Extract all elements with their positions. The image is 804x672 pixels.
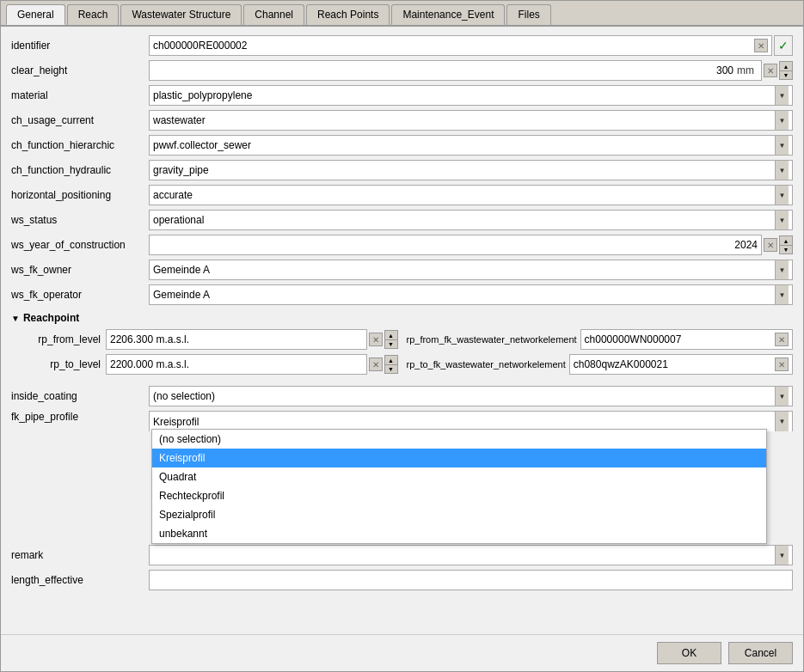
ws-status-select[interactable]: operational ▼ [149,210,793,230]
fk-pipe-profile-dropdown-arrow[interactable]: ▼ [775,412,789,431]
fk-pipe-profile-value: Kreisprofil [153,416,199,428]
ws-fk-owner-select[interactable]: Gemeinde A ▼ [149,260,793,280]
reachpoint-collapse-icon: ▼ [11,314,20,323]
dropdown-option-unbekannt[interactable]: unbekannt [152,524,766,543]
tab-bar: General Reach Wastewater Structure Chann… [1,1,803,27]
identifier-check-button[interactable]: ✓ [774,35,793,56]
horizontal-positioning-value: accurate [153,189,193,201]
reachpoint-section-header[interactable]: ▼ Reachpoint [11,312,793,324]
rp-from-fk-wrapper: rp_from_fk_wastewater_networkelement ch0… [407,329,794,350]
remark-dropdown-arrow[interactable]: ▼ [775,546,789,565]
rp-to-level-input[interactable]: 2200.000 m.a.s.l. [106,354,367,375]
cancel-button[interactable]: Cancel [728,642,793,664]
ws-fk-operator-label: ws_fk_operator [11,289,149,301]
dialog-footer: OK Cancel [1,634,803,671]
clear-height-row: clear_height 300 mm ✕ ▲ ▼ [11,60,793,81]
inside-coating-label: inside_coating [11,390,149,402]
ws-fk-operator-value: Gemeinde A [153,289,210,301]
ch-usage-current-select[interactable]: wastewater ▼ [149,110,793,131]
ws-year-spin-up[interactable]: ▲ [779,235,793,245]
ws-status-dropdown-arrow[interactable]: ▼ [775,211,789,229]
inside-coating-dropdown-arrow[interactable]: ▼ [775,387,789,406]
rp-from-level-label: rp_from_level [11,333,106,345]
ws-year-value: 2024 [153,239,758,251]
ch-function-hydraulic-dropdown-arrow[interactable]: ▼ [775,161,789,180]
fk-pipe-profile-dropdown: (no selection) Kreisprofil Quadrat Recht… [151,429,767,544]
reachpoint-to-row: rp_to_level 2200.000 m.a.s.l. ✕ ▲ ▼ rp_t… [11,354,793,375]
ws-year-clear-button[interactable]: ✕ [764,238,777,252]
ok-button[interactable]: OK [657,642,721,664]
ws-year-label: ws_year_of_construction [11,239,149,251]
material-select[interactable]: plastic_polypropylene ▼ [149,85,793,106]
tab-reach[interactable]: Reach [67,4,120,25]
ws-status-value: operational [153,214,204,226]
clear-height-spin-down[interactable]: ▼ [779,70,793,80]
ws-fk-owner-label: ws_fk_owner [11,264,149,276]
clear-height-unit: mm [737,64,754,76]
clear-height-clear-button[interactable]: ✕ [764,64,777,77]
rp-to-level-label: rp_to_level [11,358,106,370]
identifier-clear-button[interactable]: ✕ [754,39,768,52]
rp-from-fk-input[interactable]: ch000000WN000007 ✕ [580,329,793,350]
ch-usage-current-dropdown-arrow[interactable]: ▼ [775,111,789,130]
ch-usage-current-label: ch_usage_current [11,114,149,126]
rp-from-level-clear-button[interactable]: ✕ [369,333,383,346]
clear-height-input[interactable]: 300 mm [149,60,762,81]
ws-fk-operator-select[interactable]: Gemeinde A ▼ [149,284,793,305]
remark-label: remark [11,549,149,561]
ws-status-row: ws_status operational ▼ [11,210,793,230]
rp-from-level-value: 2206.300 m.a.s.l. [110,333,363,345]
ch-function-hierarchic-select[interactable]: pwwf.collector_sewer ▼ [149,135,793,156]
tab-wastewater-structure[interactable]: Wastewater Structure [120,4,242,25]
tab-general[interactable]: General [6,4,65,25]
remark-input[interactable]: ▼ [149,545,793,565]
remark-row: remark ▼ [11,545,793,565]
inside-coating-value: (no selection) [153,390,215,402]
ws-fk-owner-dropdown-arrow[interactable]: ▼ [775,260,789,279]
dropdown-option-no-selection[interactable]: (no selection) [152,430,766,449]
rp-to-level-value: 2200.000 m.a.s.l. [110,358,363,370]
inside-coating-select[interactable]: (no selection) ▼ [149,386,793,406]
ch-function-hierarchic-label: ch_function_hierarchic [11,139,149,151]
rp-to-level-clear-button[interactable]: ✕ [369,357,383,371]
ch-function-hydraulic-row: ch_function_hydraulic gravity_pipe ▼ [11,160,793,180]
ch-function-hierarchic-dropdown-arrow[interactable]: ▼ [775,136,789,155]
ch-function-hierarchic-value: pwwf.collector_sewer [153,139,251,151]
material-dropdown-arrow[interactable]: ▼ [775,86,789,105]
fk-pipe-profile-label: fk_pipe_profile [11,411,149,423]
rp-from-fk-label: rp_from_fk_wastewater_networkelement [407,334,580,345]
rp-to-fk-input[interactable]: ch080qwzAK000021 ✕ [569,354,793,375]
inside-coating-row: inside_coating (no selection) ▼ [11,386,793,406]
ch-usage-current-value: wastewater [153,114,206,126]
identifier-row: identifier ch000000RE000002 ✕ ✓ [11,35,793,56]
tab-channel[interactable]: Channel [243,4,304,25]
clear-height-label: clear_height [11,64,149,76]
dropdown-option-quadrat[interactable]: Quadrat [152,467,766,486]
material-value: plastic_polypropylene [153,89,252,101]
ch-function-hydraulic-label: ch_function_hydraulic [11,164,149,176]
rp-to-fk-clear-button[interactable]: ✕ [775,357,789,371]
rp-from-fk-clear-button[interactable]: ✕ [775,333,789,346]
ch-function-hydraulic-select[interactable]: gravity_pipe ▼ [149,160,793,180]
horizontal-positioning-select[interactable]: accurate ▼ [149,185,793,205]
rp-to-level-spin-up[interactable]: ▲ [384,355,398,364]
ws-year-input[interactable]: 2024 [149,235,762,255]
clear-height-value: 300 [153,64,733,76]
tab-reach-points[interactable]: Reach Points [306,4,390,25]
ws-fk-operator-dropdown-arrow[interactable]: ▼ [775,285,789,304]
dropdown-option-kreisprofil[interactable]: Kreisprofil [152,449,766,467]
rp-to-fk-label: rp_to_fk_wastewater_networkelement [407,359,569,370]
rp-from-level-input[interactable]: 2206.300 m.a.s.l. [106,329,367,350]
dropdown-option-spezialprofil[interactable]: Spezialprofil [152,505,766,524]
ws-year-spin-down[interactable]: ▼ [779,245,793,254]
tab-files[interactable]: Files [506,4,550,25]
dropdown-option-rechteckprofil[interactable]: Rechteckprofil [152,486,766,505]
ws-status-label: ws_status [11,214,149,226]
horizontal-positioning-dropdown-arrow[interactable]: ▼ [775,186,789,205]
length-effective-input[interactable] [149,570,793,590]
rp-from-level-spin-up[interactable]: ▲ [384,330,398,339]
rp-to-level-spin-down[interactable]: ▼ [384,364,398,374]
clear-height-spin-up[interactable]: ▲ [779,61,793,70]
tab-maintenance-event[interactable]: Maintenance_Event [391,4,505,25]
rp-from-level-spin-down[interactable]: ▼ [384,339,398,349]
